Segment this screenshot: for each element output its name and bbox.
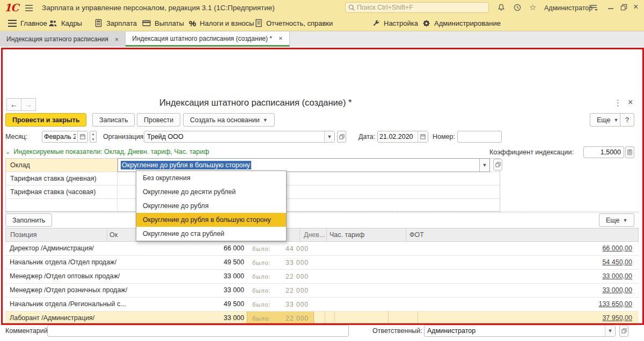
card-icon [142, 19, 151, 27]
document-icon [255, 19, 262, 27]
tab-bar: Индексация штатного расписания × Индекса… [0, 31, 644, 47]
calculator-small-icon[interactable] [625, 146, 634, 158]
responsible-field[interactable]: ▼ [424, 325, 616, 337]
step-up-icon[interactable]: ▲ [90, 131, 96, 137]
dropdown-option[interactable]: Округление до рубля [136, 199, 286, 213]
back-button[interactable]: ← [6, 98, 21, 111]
table-more-button[interactable]: Еще ▼ [599, 213, 634, 227]
tab-indexation-list[interactable]: Индексация штатного расписания × [0, 32, 126, 47]
restore-window-button[interactable] [620, 3, 628, 11]
calculator-icon [94, 19, 103, 27]
help-button[interactable]: ? [620, 113, 634, 127]
minimize-button[interactable] [608, 2, 615, 11]
responsible-open-icon[interactable] [619, 325, 628, 337]
calendar-icon[interactable] [77, 131, 87, 142]
close-icon[interactable]: × [279, 34, 283, 42]
rounding-dropdown: Без округления Округление до десяти рубл… [136, 171, 287, 241]
coefficient-input[interactable] [583, 146, 624, 158]
service-menu-icon[interactable] [588, 3, 599, 12]
section-taxes[interactable]: % Налоги и взносы [189, 16, 254, 31]
history-icon[interactable] [513, 3, 522, 12]
people-icon [48, 19, 57, 27]
dropdown-option[interactable]: Без округления [136, 171, 286, 185]
number-label: Номер: [433, 133, 455, 140]
organization-open-icon[interactable] [337, 131, 346, 143]
app-title: Зарплата и управление персоналом, редакц… [42, 4, 275, 12]
number-input[interactable] [457, 131, 502, 143]
indexed-indicators-link[interactable]: ⌄ Индексируемые показатели: Оклад, Дневн… [5, 148, 209, 155]
current-user[interactable]: Администратор [544, 4, 592, 12]
header-daily: Днев... [304, 231, 325, 239]
position-row[interactable]: Начальник отдела /Отдел продаж/ 49 500 б… [5, 256, 639, 270]
position-row[interactable]: Директор /Администрация/ 66 000 было: 44… [5, 242, 639, 256]
chevron-down-icon[interactable]: ▼ [324, 131, 334, 142]
section-main[interactable]: Главное [20, 16, 47, 31]
organization-field[interactable]: ▼ [144, 131, 335, 143]
position-row-selected[interactable]: Лаборант /Администрация/ 33 000 было: 22… [5, 312, 639, 325]
was-label: было: [252, 287, 271, 294]
position-row[interactable]: Начальник отдела /Региональный с... 49 5… [5, 298, 639, 312]
section-administration[interactable]: Администрирование [422, 16, 501, 31]
fot-link[interactable]: 133 650,00 [598, 300, 632, 308]
month-input[interactable] [42, 131, 77, 142]
document-form: ← → Индексация штатного расписания (созд… [0, 47, 644, 341]
close-form-icon[interactable]: × [628, 98, 633, 107]
chevron-collapse-icon: ⌄ [5, 149, 10, 155]
fot-link[interactable]: 54 450,00 [602, 258, 632, 266]
date-field[interactable] [377, 131, 428, 143]
section-payments[interactable]: Выплаты [142, 16, 184, 31]
chevron-down-icon[interactable]: ▼ [479, 159, 489, 172]
organization-input[interactable] [144, 131, 324, 142]
month-label: Месяц: [5, 133, 27, 140]
fot-link[interactable]: 66 000,00 [602, 244, 632, 252]
position-row[interactable]: Менеджер /Отдел розничных продаж/ 33 000… [5, 284, 639, 298]
create-based-on-button[interactable]: Создать на основании ▼ [183, 113, 275, 127]
fill-button[interactable]: Заполнить [5, 213, 52, 227]
forward-button[interactable]: → [21, 98, 36, 111]
fot-link[interactable]: 33 000,00 [602, 272, 632, 280]
calendar-icon[interactable] [418, 131, 428, 142]
title-bar: 1С Зарплата и управление персоналом, ред… [0, 0, 644, 16]
more-dots-icon[interactable]: ⋮ [614, 98, 622, 108]
header-hourly: Час. тариф [330, 231, 364, 239]
sections-burger-icon[interactable] [8, 19, 17, 27]
notifications-bell-icon[interactable] [497, 3, 506, 12]
rounding-open-icon[interactable] [493, 159, 502, 171]
positions-table-header[interactable]: Позиция Ок Днев... Час. тариф ФОТ [5, 228, 639, 242]
section-personnel[interactable]: Кадры [48, 16, 82, 31]
splitter-line[interactable] [5, 212, 639, 212]
responsible-input[interactable] [425, 325, 605, 336]
month-stepper[interactable]: ▲ ▼ [90, 131, 97, 143]
dropdown-option[interactable]: Округление до ста рублей [136, 227, 286, 241]
month-field[interactable] [42, 131, 88, 143]
gear-icon [422, 19, 430, 27]
was-label: было: [252, 260, 271, 266]
percent-icon: % [189, 19, 196, 28]
date-input[interactable] [378, 131, 418, 142]
post-and-close-button[interactable]: Провести и закрыть [5, 113, 86, 127]
comment-label: Комментарий: [5, 327, 49, 335]
write-button[interactable]: Записать [92, 113, 135, 127]
step-down-icon[interactable]: ▼ [90, 137, 96, 142]
dropdown-option-highlighted[interactable]: Округление до рубля в большую сторону [136, 213, 286, 227]
favorites-star-icon[interactable]: ☆ [529, 3, 536, 11]
chevron-down-icon[interactable]: ▼ [605, 325, 615, 336]
post-button[interactable]: Провести [137, 113, 180, 127]
comment-input[interactable] [47, 325, 349, 337]
position-row[interactable]: Менеджер /Отдел оптовых продаж/ 33 000 б… [5, 270, 639, 284]
fot-link[interactable]: 37 950,00 [602, 314, 632, 322]
app-window: 1С Зарплата и управление персоналом, ред… [0, 0, 644, 341]
search-input[interactable] [356, 3, 476, 12]
close-window-button[interactable]: × [633, 2, 638, 12]
dropdown-option[interactable]: Округление до десяти рублей [136, 185, 286, 199]
positions-table: Позиция Ок Днев... Час. тариф ФОТ Директ… [5, 228, 639, 325]
close-icon[interactable]: × [115, 35, 119, 43]
fot-link[interactable]: 33 000,00 [602, 286, 632, 294]
tab-indexation-new[interactable]: Индексация штатного расписания (создание… [126, 32, 289, 47]
global-search[interactable] [345, 2, 489, 13]
section-reports[interactable]: Отчетность, справки [255, 16, 333, 31]
section-settings[interactable]: Настройка [372, 16, 418, 31]
section-salary[interactable]: Зарплата [94, 16, 137, 31]
main-menu-icon[interactable] [25, 4, 33, 12]
organization-label: Организация: [103, 133, 145, 140]
